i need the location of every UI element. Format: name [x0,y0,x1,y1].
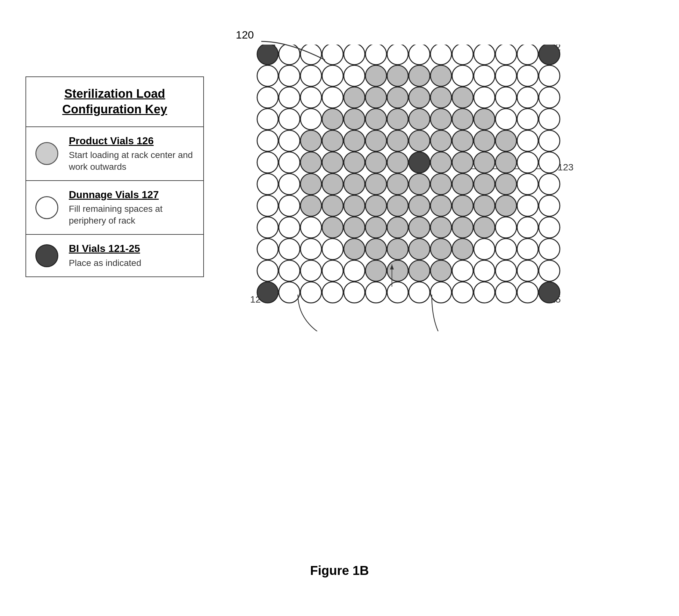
svg-point-61 [279,130,300,151]
svg-point-88 [257,174,278,195]
svg-point-137 [409,239,430,260]
product-text-cell: Product Vials 126 Start loading at rack … [69,135,197,173]
svg-point-127 [495,217,517,238]
bi-text-cell: BI Vials 121-25 Place as indicated [69,242,197,269]
svg-point-142 [517,239,538,260]
svg-point-115 [539,195,560,216]
svg-point-123 [409,217,430,238]
legend-box: Sterilization Load Configuration Key Pro… [26,76,204,277]
bi-vials-title: BI Vials 121-25 [69,242,197,254]
svg-point-16 [517,44,538,65]
svg-point-157 [539,260,560,281]
svg-point-125 [452,217,473,238]
svg-point-160 [300,282,322,303]
svg-point-44 [517,87,538,108]
svg-point-22 [344,65,365,86]
svg-point-51 [365,109,387,130]
dunnage-vials-title: Dunnage Vials 127 [69,189,197,201]
svg-point-57 [495,109,517,130]
svg-point-167 [452,282,473,303]
svg-point-143 [539,239,560,260]
svg-point-56 [474,109,495,130]
legend-title: Sterilization Load Configuration Key [32,86,197,117]
svg-point-161 [322,282,343,303]
svg-point-30 [517,65,538,86]
svg-point-50 [344,109,365,130]
product-vial-icon [35,142,58,165]
svg-point-140 [474,239,495,260]
svg-point-120 [344,217,365,238]
svg-point-135 [365,239,387,260]
svg-point-159 [279,282,300,303]
svg-point-111 [452,195,473,216]
svg-point-164 [387,282,408,303]
svg-point-149 [365,260,387,281]
svg-point-104 [300,195,322,216]
dunnage-icon-cell [32,196,61,219]
svg-point-105 [322,195,343,216]
svg-point-63 [322,130,343,151]
svg-point-8 [344,44,365,65]
svg-point-153 [452,260,473,281]
legend-title-row: Sterilization Load Configuration Key [26,77,203,127]
svg-point-91 [322,174,343,195]
svg-point-31 [539,65,560,86]
svg-point-128 [517,217,538,238]
svg-point-155 [495,260,517,281]
svg-point-121 [365,217,387,238]
svg-point-148 [344,260,365,281]
svg-point-49 [322,109,343,130]
svg-point-145 [279,260,300,281]
legend-row-dunnage: Dunnage Vials 127 Fill remaining spaces … [26,181,203,235]
svg-point-27 [452,65,473,86]
svg-point-126 [474,217,495,238]
svg-point-89 [279,174,300,195]
svg-point-36 [344,87,365,108]
svg-point-87 [539,152,560,173]
svg-point-41 [452,87,473,108]
arrow-120 [229,26,325,89]
svg-point-35 [322,87,343,108]
svg-point-58 [517,109,538,130]
svg-point-139 [452,239,473,260]
dunnage-text-cell: Dunnage Vials 127 Fill remaining spaces … [69,189,197,227]
legend-row-product: Product Vials 126 Start loading at rack … [26,127,203,181]
svg-point-136 [387,239,408,260]
svg-point-37 [365,87,387,108]
svg-point-163 [365,282,387,303]
svg-point-81 [409,152,430,173]
svg-point-96 [430,174,452,195]
svg-point-92 [344,174,365,195]
svg-point-23 [365,65,387,86]
svg-point-122 [387,217,408,238]
svg-point-99 [495,174,517,195]
svg-point-150 [387,260,408,281]
svg-point-154 [474,260,495,281]
svg-point-70 [474,130,495,151]
figure-caption: Figure 1B [310,563,369,578]
svg-point-21 [322,65,343,86]
svg-point-82 [430,152,452,173]
svg-point-59 [539,109,560,130]
svg-point-39 [409,87,430,108]
svg-point-17 [539,44,560,65]
svg-point-103 [279,195,300,216]
svg-point-54 [430,109,452,130]
svg-point-101 [539,174,560,195]
svg-point-66 [387,130,408,151]
svg-point-79 [365,152,387,173]
svg-point-53 [409,109,430,130]
svg-point-138 [430,239,452,260]
svg-point-10 [387,44,408,65]
dunnage-vials-desc: Fill remaining spaces at periphery of ra… [69,203,197,227]
svg-point-11 [409,44,430,65]
svg-point-24 [387,65,408,86]
product-vials-title: Product Vials 126 [69,135,197,147]
svg-point-90 [300,174,322,195]
svg-point-109 [409,195,430,216]
svg-point-33 [279,87,300,108]
svg-point-165 [409,282,430,303]
svg-point-76 [300,152,322,173]
svg-point-28 [474,65,495,86]
legend-row-bi: BI Vials 121-25 Place as indicated [26,235,203,276]
